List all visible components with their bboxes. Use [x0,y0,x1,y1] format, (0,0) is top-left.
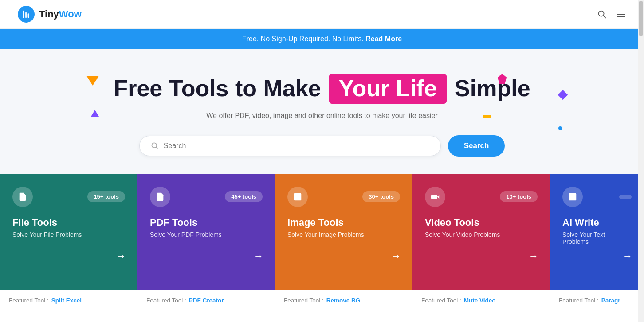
featured-ai: Featured Tool : Paragr... [550,290,644,311]
svg-rect-1 [25,12,27,18]
pdf-tools-arrow: → [254,251,263,262]
logo[interactable]: TinyWow [18,6,82,23]
file-tools-badge: 15+ tools [87,191,125,202]
hero-title-highlight: Your Life [329,74,447,104]
file-tools-arrow: → [116,251,126,262]
search-submit-button[interactable]: Search [448,135,505,157]
card-ai-icon-circle [562,187,583,207]
video-tools-arrow: → [529,251,538,262]
hero-title-post: Simple [455,75,530,102]
search-area: Search [18,135,626,157]
svg-rect-2 [28,13,29,18]
ai-write-icon [568,192,577,202]
card-ai-top [562,187,632,207]
logo-icon [18,6,35,23]
card-file-icon-circle [12,187,33,207]
image-icon [293,192,302,202]
tool-cards-area: 15+ tools File Tools Solve Your File Pro… [0,174,644,290]
svg-line-4 [603,16,605,18]
image-tools-title: Image Tools [287,217,400,228]
svg-point-14 [295,195,297,196]
featured-image-link[interactable]: Remove BG [326,297,361,304]
featured-file: Featured Tool : Split Excel [0,290,137,311]
card-pdf-icon-circle [150,187,170,207]
search-glass-icon [150,141,159,150]
hero-title: Free Tools to Make Your Life Simple [18,74,626,104]
video-tools-badge: 10+ tools [500,191,538,202]
video-tools-desc: Solve Your Video Problems [425,231,538,238]
menu-button[interactable] [616,9,626,20]
card-image-icon-circle [287,187,308,207]
card-video-top: 10+ tools [425,187,538,207]
svg-marker-16 [437,195,440,199]
featured-video-link[interactable]: Mute Video [464,297,496,304]
svg-line-9 [156,147,158,149]
featured-pdf-label: Featured Tool : [146,297,186,304]
featured-image: Featured Tool : Remove BG [275,290,412,311]
card-image-tools[interactable]: 30+ tools Image Tools Solve Your Image P… [275,174,412,290]
banner-link[interactable]: Read More [365,35,402,43]
featured-pdf-link[interactable]: PDF Creator [189,297,224,304]
card-video-icon-circle [425,187,445,207]
card-image-body: Image Tools Solve Your Image Problems [287,217,400,290]
pdf-tools-badge: 45+ tools [225,191,263,202]
card-video-tools[interactable]: 10+ tools Video Tools Solve Your Video P… [412,174,550,290]
featured-image-label: Featured Tool : [284,297,324,304]
search-button[interactable] [597,9,607,19]
svg-rect-15 [431,195,437,199]
search-icon-wrap [150,141,159,150]
featured-file-label: Featured Tool : [9,297,49,304]
card-image-top: 30+ tools [287,187,400,207]
blue-dot-shape [558,126,562,130]
featured-ai-link[interactable]: Paragr... [601,297,625,304]
video-icon [430,192,440,202]
file-tools-title: File Tools [12,217,125,228]
search-box [139,136,441,156]
featured-video: Featured Tool : Mute Video [412,290,550,311]
logo-svg [21,9,31,19]
image-tools-badge: 30+ tools [362,191,400,202]
card-video-body: Video Tools Solve Your Video Problems [425,217,538,290]
search-icon [597,9,607,19]
banner-text: Free. No Sign-Up Required. No Limits. [242,35,364,43]
hero-section: Free Tools to Make Your Life Simple We o… [0,49,644,174]
svg-rect-12 [158,197,161,200]
card-file-top: 15+ tools [12,187,125,207]
scrollbar-thumb[interactable] [639,1,643,36]
image-tools-desc: Solve Your Image Problems [287,231,400,238]
logo-text: TinyWow [39,8,82,20]
featured-strip: Featured Tool : Split Excel Featured Too… [0,290,644,311]
promo-banner: Free. No Sign-Up Required. No Limits. Re… [0,29,644,49]
hero-title-pre: Free Tools to Make [114,75,321,102]
svg-rect-0 [23,11,24,18]
image-tools-arrow: → [391,251,401,262]
card-file-tools[interactable]: 15+ tools File Tools Solve Your File Pro… [0,174,137,290]
ai-tools-badge [619,195,632,199]
card-file-body: File Tools Solve Your File Problems [12,217,125,290]
card-pdf-tools[interactable]: 45+ tools PDF Tools Solve Your PDF Probl… [137,174,275,290]
ai-tools-arrow: → [623,251,632,262]
ai-tools-desc: Solve Your Text Problems [562,231,632,245]
pdf-icon [155,192,165,202]
header-actions [597,9,626,20]
svg-rect-17 [569,193,577,201]
featured-file-link[interactable]: Split Excel [51,297,82,304]
featured-ai-label: Featured Tool : [559,297,599,304]
card-pdf-top: 45+ tools [150,187,263,207]
video-tools-title: Video Tools [425,217,538,228]
card-ai-write[interactable]: AI Write Solve Your Text Problems → [550,174,644,290]
header: TinyWow [0,0,644,29]
file-tools-desc: Solve Your File Problems [12,231,125,238]
card-pdf-body: PDF Tools Solve Your PDF Problems [150,217,263,290]
menu-icon [616,9,626,20]
hero-subtitle: We offer PDF, video, image and other onl… [18,112,626,120]
featured-video-label: Featured Tool : [421,297,461,304]
search-input[interactable] [164,142,430,150]
file-icon [18,192,27,202]
pdf-tools-desc: Solve Your PDF Problems [150,231,263,238]
scrollbar[interactable] [638,0,644,311]
card-ai-body: AI Write Solve Your Text Problems [562,217,632,290]
featured-pdf: Featured Tool : PDF Creator [137,290,275,311]
ai-tools-title: AI Write [562,217,632,228]
pdf-tools-title: PDF Tools [150,217,263,228]
